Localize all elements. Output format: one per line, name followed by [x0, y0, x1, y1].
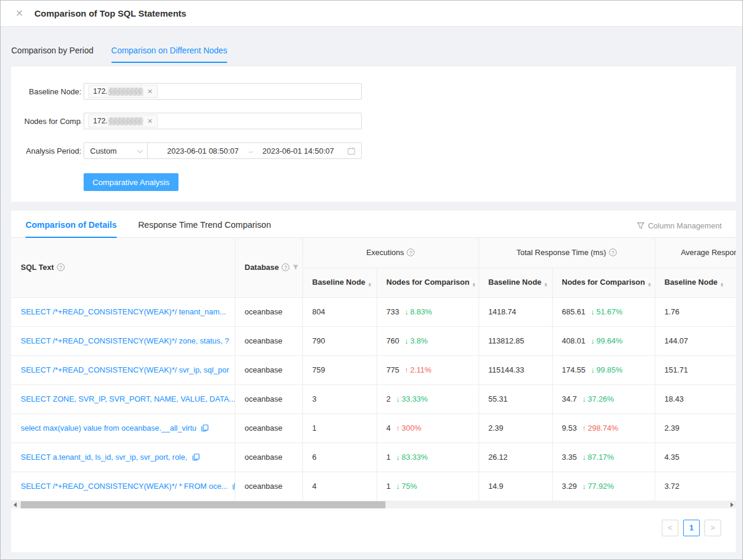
sql-text-link[interactable]: SELECT /*+READ_CONSISTENCY(WEAK)*/ * FRO…	[21, 482, 228, 491]
column-management-button[interactable]: Column Management	[637, 221, 722, 230]
scroll-left-button[interactable]	[11, 501, 19, 508]
analysis-period-label: Analysis Period:	[24, 147, 81, 155]
executions-comparison-cell: 4↑300%	[377, 413, 479, 443]
trt-baseline-cell: 115144.33	[479, 355, 552, 384]
database-cell: oceanbase	[235, 384, 302, 413]
comparative-analysis-button[interactable]: Comparative Analysis	[84, 173, 178, 191]
col-group-executions: Executions?	[302, 238, 479, 268]
comparison-node-tag: 172.✕	[88, 114, 158, 128]
top-sql-comparison-modal: ✕ Comparison of Top SQL Statements Compa…	[0, 0, 743, 560]
executions-baseline-cell: 4	[302, 472, 377, 501]
comparison-nodes-label: Nodes for Compa	[24, 117, 81, 126]
question-circle-icon[interactable]: ?	[57, 263, 65, 271]
question-circle-icon[interactable]: ?	[609, 249, 617, 256]
tab-response-time-trend[interactable]: Response Time Trend Comparison	[138, 220, 271, 238]
avg-baseline-cell: 1.76	[655, 297, 736, 326]
date-range-picker[interactable]: 2023-06-01 08:50:07 → 2023-06-01 14:50:0…	[148, 142, 362, 159]
trend-arrow-icon: ↓	[396, 482, 400, 491]
executions-comparison-cell: 1↓75%	[377, 472, 479, 501]
baseline-node-row: Baseline Node: 172.✕	[11, 83, 736, 100]
trend-arrow-icon: ↑	[404, 365, 409, 374]
sorter-icon[interactable]: ▲▼	[544, 282, 548, 288]
sql-text-link[interactable]: SELECT ZONE, SVR_IP, SVR_PORT, NAME, VAL…	[21, 394, 235, 403]
tab-comparison-by-period[interactable]: Comparison by Period	[11, 46, 94, 63]
trend-arrow-icon: ↓	[582, 453, 586, 462]
masked-ip	[109, 117, 143, 125]
period-select[interactable]: Custom	[84, 142, 148, 159]
end-datetime[interactable]: 2023-06-01 14:50:07	[263, 147, 334, 155]
database-cell: oceanbase	[235, 443, 302, 472]
filter-funnel-icon[interactable]	[292, 264, 299, 271]
start-datetime[interactable]: 2023-06-01 08:50:07	[167, 147, 239, 155]
next-page-button[interactable]: >	[704, 520, 721, 536]
trend-arrow-icon: ↓	[591, 365, 595, 374]
results-card: Comparison of Details Response Time Tren…	[11, 211, 736, 552]
scrollbar-thumb[interactable]	[21, 501, 385, 508]
trend-arrow-icon: ↓	[396, 394, 400, 403]
trend-arrow-icon: ↓	[404, 336, 409, 345]
copy-icon[interactable]	[192, 453, 200, 461]
col-group-total-response-time: Total Response Time (ms)?	[479, 238, 655, 268]
col-header-executions-comparison[interactable]: Nodes for Comparison▲▼	[377, 268, 479, 297]
scroll-right-button[interactable]	[728, 501, 736, 508]
col-header-database[interactable]: Database?	[235, 238, 302, 297]
executions-baseline-cell: 759	[302, 355, 377, 384]
baseline-node-tag: 172.✕	[88, 85, 158, 98]
trend-arrow-icon: ↓	[582, 482, 586, 491]
trt-baseline-cell: 14.9	[479, 472, 552, 501]
avg-baseline-cell: 18.43	[655, 384, 736, 413]
remove-tag-icon[interactable]: ✕	[147, 88, 152, 96]
executions-comparison-cell: 1↓83.33%	[377, 443, 479, 472]
remove-tag-icon[interactable]: ✕	[147, 117, 152, 125]
baseline-node-label: Baseline Node:	[24, 87, 81, 96]
sorter-icon[interactable]: ▲▼	[368, 282, 372, 288]
trt-baseline-cell: 1418.74	[479, 297, 552, 326]
table-row: SELECT /*+READ_CONSISTENCY(WEAK)*/ zone,…	[11, 326, 736, 355]
table-row: SELECT a.tenant_id, ls_id, svr_ip, svr_p…	[11, 443, 736, 472]
tab-comparison-of-details[interactable]: Comparison of Details	[25, 220, 117, 238]
sql-text-link[interactable]: SELECT a.tenant_id, ls_id, svr_ip, svr_p…	[21, 453, 187, 462]
trend-arrow-icon: ↓	[396, 453, 400, 462]
sorter-icon[interactable]: ▲▼	[720, 282, 724, 288]
chevron-down-icon	[137, 147, 143, 153]
sql-text-link[interactable]: SELECT /*+READ_CONSISTENCY(WEAK)*/ tenan…	[21, 307, 226, 316]
copy-icon[interactable]	[201, 424, 209, 432]
page-title: Comparison of Top SQL Statements	[34, 8, 186, 18]
col-header-sql-text[interactable]: SQL Text?	[11, 238, 235, 297]
tab-comparison-on-different-nodes[interactable]: Comparison on Different Nodes	[111, 46, 228, 63]
executions-baseline-cell: 1	[302, 413, 377, 443]
question-circle-icon[interactable]: ?	[407, 249, 414, 256]
sql-text-link[interactable]: SELECT /*+READ_CONSISTENCY(WEAK)*/ svr_i…	[21, 365, 229, 374]
sorter-icon[interactable]: ▲▼	[648, 282, 652, 288]
column-management-label: Column Management	[648, 221, 722, 230]
col-header-executions-baseline[interactable]: Baseline Node▲▼	[302, 268, 377, 297]
page-1-button[interactable]: 1	[683, 520, 700, 536]
table-row: SELECT /*+READ_CONSISTENCY(WEAK)*/ tenan…	[11, 297, 736, 326]
executions-comparison-cell: 2↓33.33%	[377, 384, 479, 413]
col-header-trt-comparison[interactable]: Nodes for Comparison▲▼	[552, 268, 655, 297]
avg-baseline-cell: 144.07	[655, 326, 736, 355]
horizontal-scrollbar[interactable]	[11, 501, 736, 508]
prev-page-button[interactable]: <	[662, 520, 678, 536]
col-header-trt-baseline[interactable]: Baseline Node▲▼	[479, 268, 552, 297]
scrollbar-track[interactable]	[19, 501, 728, 508]
close-icon[interactable]: ✕	[15, 9, 25, 18]
executions-baseline-cell: 3	[302, 384, 377, 413]
sql-text-link[interactable]: select max(value) value from oceanbase._…	[21, 424, 196, 432]
table-row: select max(value) value from oceanbase._…	[11, 413, 736, 443]
sql-text-link[interactable]: SELECT /*+READ_CONSISTENCY(WEAK)*/ zone,…	[21, 336, 229, 345]
trend-arrow-icon: ↑	[396, 424, 400, 432]
avg-baseline-cell: 2.39	[655, 413, 736, 443]
question-circle-icon[interactable]: ?	[282, 263, 289, 271]
col-header-avg-baseline[interactable]: Baseline Node▲▼	[655, 268, 736, 297]
sorter-icon[interactable]: ▲▼	[472, 282, 476, 288]
copy-icon[interactable]	[232, 482, 235, 490]
database-cell: oceanbase	[235, 413, 302, 443]
executions-comparison-cell: 775↑2.11%	[377, 355, 479, 384]
comparison-nodes-input[interactable]: 172.✕	[84, 113, 362, 129]
executions-baseline-cell: 6	[302, 443, 377, 472]
trend-arrow-icon: ↓	[591, 336, 595, 345]
baseline-node-input[interactable]: 172.✕	[84, 83, 362, 100]
comparison-nodes-row: Nodes for Compa 172.✕	[11, 113, 736, 129]
calendar-icon	[347, 147, 355, 155]
